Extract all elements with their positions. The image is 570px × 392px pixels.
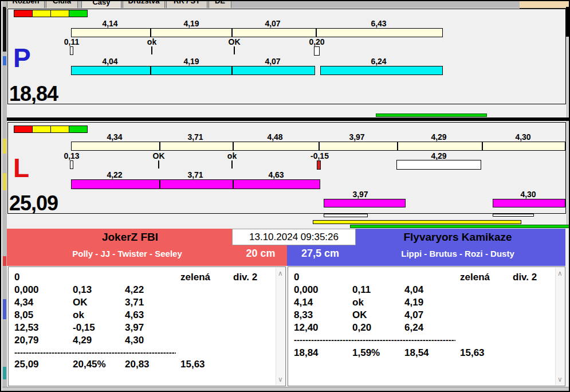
legend-red-box — [14, 126, 33, 133]
table-cell: 12,40 — [294, 322, 319, 334]
lane-p-marker-tick — [314, 46, 320, 56]
table-cell: 3,71 — [125, 297, 144, 308]
total-time: 18,84 — [294, 347, 319, 359]
tab-druzstva[interactable]: Družstva — [123, 1, 165, 8]
segment-tick — [231, 66, 233, 75]
legend-green-box — [69, 126, 88, 133]
progress-bar-green — [350, 225, 570, 228]
lane-l-marker-label: -0,15 — [294, 151, 345, 160]
segment-tick — [233, 142, 234, 150]
table-cell: 4,22 — [125, 284, 144, 296]
table-cell: 8,33 — [294, 309, 313, 321]
scroll-down-icon[interactable]: ∨ — [556, 375, 564, 384]
segment-tick — [150, 66, 151, 75]
table-scrollbar[interactable]: ∧ ∨ — [555, 268, 564, 385]
lane-p-sensor-split: 4,14 — [84, 19, 136, 28]
division-label: div. 2 — [513, 272, 537, 283]
tab-casy[interactable]: Časy — [81, 1, 121, 8]
table-cell: 3,97 — [125, 322, 144, 334]
lane-p-dog-bar-last — [320, 66, 443, 75]
scroll-up-icon[interactable]: ∧ — [556, 269, 564, 278]
lane-p-marker-label: OK — [209, 37, 260, 46]
lane-p-dog-split: 4,07 — [247, 57, 298, 66]
lane-l-marker-tick — [231, 160, 233, 168]
tab-rr-st[interactable]: RR / ST — [166, 1, 207, 8]
datetime-display: 13.10.2024 09:35:26 — [232, 229, 356, 245]
sliver-fragment — [3, 299, 6, 319]
lane-l-letter: L — [13, 155, 29, 181]
lane-p-dog-split: 4,19 — [166, 57, 217, 66]
table-cell: ok — [352, 297, 364, 308]
table-cell: 4,29 — [73, 335, 92, 346]
tab-de[interactable]: DE — [209, 1, 231, 8]
lane-l-marker-label: OK — [133, 151, 184, 160]
total-net: 18,54 — [404, 347, 429, 359]
lane-l-sub-bar — [493, 214, 534, 217]
lane-l-marker-tick — [70, 160, 73, 169]
table-cell: 4,07 — [404, 309, 423, 321]
progress-bar-yellow — [313, 220, 521, 224]
lane-l-late-split: 4,30 — [502, 190, 554, 199]
total-percent: 1,59% — [352, 347, 380, 359]
table-cell: 0,11 — [352, 284, 371, 296]
background-window-corner — [520, 1, 570, 9]
legend-yellow-box — [50, 126, 69, 133]
table-cell: 4,19 — [404, 297, 423, 308]
lane-divider — [7, 117, 570, 121]
right-edge-strip — [567, 37, 570, 228]
table-cell: -0,15 — [73, 322, 95, 334]
table-cell: 8,05 — [14, 309, 33, 321]
sliver-fragment — [3, 139, 6, 154]
sliver-fragment — [3, 367, 6, 379]
table-cell: 20,79 — [14, 335, 39, 346]
table-scrollbar[interactable]: ∧ ∨ — [276, 268, 285, 385]
legend-green-box — [69, 10, 88, 17]
lane-l-dog-split: 4,22 — [89, 170, 140, 179]
legend-yellow-box — [50, 10, 69, 17]
team-left-table[interactable]: 0 zelená div. 2 0,000 0,13 4,22 4,34 OK … — [8, 266, 286, 386]
legend-yellow-box — [32, 126, 51, 133]
lane-l-pending-label: 4,29 — [413, 151, 465, 160]
table-cell: 4,30 — [125, 335, 144, 346]
lane-l-sensor-bar — [71, 142, 565, 151]
table-cell: OK — [73, 297, 88, 308]
division-label: div. 2 — [233, 272, 257, 283]
table-cell: 12,53 — [14, 322, 39, 334]
team-right-dogs: Lippi - Brutus - Rozi - Dusty — [350, 249, 565, 258]
lane-l-marker-label: 0,13 — [46, 151, 97, 160]
team-right-table[interactable]: 0 zelená div. 2 0,000 0,11 4,04 4,14 ok … — [288, 266, 565, 386]
lane-p-dog-bar — [71, 66, 315, 75]
segment-tick — [159, 180, 160, 189]
table-cell: 4,14 — [294, 297, 313, 308]
tab-cidla[interactable]: Čidla — [46, 1, 78, 8]
sliver-fragment — [3, 256, 6, 266]
scroll-up-icon[interactable]: ∧ — [276, 269, 285, 278]
lane-l-sensor-split: 4,34 — [89, 132, 140, 142]
tab-rozbeh[interactable]: Rozběh — [7, 1, 45, 8]
scroll-down-icon[interactable]: ∨ — [276, 375, 285, 384]
segment-tick — [397, 142, 398, 150]
table-cell: 0,000 — [294, 284, 319, 296]
table-cell: ok — [73, 309, 84, 321]
lane-l-sensor-split: 3,97 — [331, 132, 383, 142]
lane-p-dog-split: 6,24 — [353, 57, 404, 66]
lane-p-sensor-bar — [71, 28, 443, 37]
lane-l-total-time: 25,09 — [9, 193, 58, 214]
light-status: zelená — [180, 272, 210, 283]
lane-p-marker-tick — [234, 46, 235, 54]
lane-p-marker-label: ok — [126, 37, 178, 46]
table-cell: 0,13 — [73, 284, 92, 296]
lane-l-marker-label: ok — [206, 151, 258, 160]
table-cell: 0 — [14, 272, 19, 283]
lane-l-marker-tick — [158, 160, 159, 168]
segment-tick — [316, 29, 317, 37]
table-cell: 4,63 — [125, 309, 144, 321]
table-cell: 6,24 — [404, 322, 423, 334]
segment-tick — [233, 180, 234, 189]
lane-p-total-time: 18,84 — [9, 84, 58, 104]
lane-p-marker-tick — [70, 46, 73, 55]
lane-l-sensor-split: 4,48 — [249, 132, 301, 142]
legend-yellow-box — [32, 10, 51, 17]
segment-tick — [150, 29, 151, 37]
total-net: 20,83 — [125, 359, 150, 370]
